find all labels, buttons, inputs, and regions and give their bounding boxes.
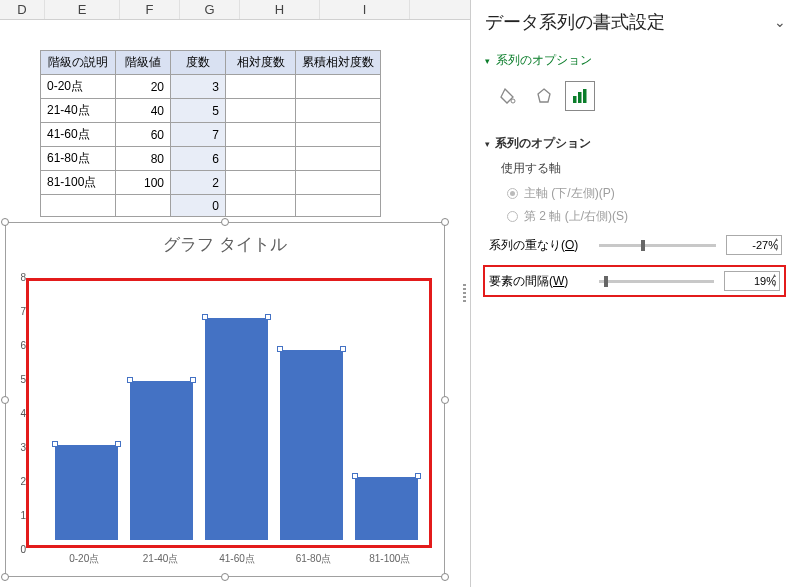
svg-rect-3 xyxy=(578,92,582,103)
cell[interactable]: 0 xyxy=(171,195,226,217)
x-axis[interactable]: 0-20点21-40点41-60点61-80点81-100点 xyxy=(46,552,428,568)
cell[interactable]: 3 xyxy=(171,75,226,99)
axis-used-label: 使用する軸 xyxy=(501,160,786,177)
cell[interactable] xyxy=(226,171,296,195)
chart-object[interactable]: グラフ タイトル 012345678 0-20点21-40点41-60点61-8… xyxy=(5,222,445,577)
gap-label: 要素の間隔(W) xyxy=(489,273,589,290)
resize-handle[interactable] xyxy=(1,573,9,581)
cell[interactable] xyxy=(296,75,381,99)
cell[interactable]: 6 xyxy=(171,147,226,171)
overlap-label: 系列の重なり(O) xyxy=(489,237,589,254)
resize-handle[interactable] xyxy=(221,218,229,226)
bar[interactable] xyxy=(205,318,268,540)
column-headers: DEFGHI xyxy=(0,0,470,20)
cell[interactable] xyxy=(116,195,171,217)
series-options-dropdown[interactable]: 系列のオプション xyxy=(485,52,786,69)
x-tick: 41-60点 xyxy=(199,552,275,568)
bar[interactable] xyxy=(355,477,418,541)
gap-slider[interactable] xyxy=(599,280,714,283)
plot-area-highlight xyxy=(26,278,432,548)
resize-handle[interactable] xyxy=(221,573,229,581)
bar[interactable] xyxy=(130,381,193,540)
col-header-H[interactable]: H xyxy=(240,0,320,19)
cell[interactable]: 5 xyxy=(171,99,226,123)
data-table[interactable]: 階級の説明 階級値 度数 相対度数 累積相対度数 0-20点20321-40点4… xyxy=(40,50,381,217)
radio-icon xyxy=(507,188,518,199)
pane-title-text: データ系列の書式設定 xyxy=(485,10,665,34)
table-row[interactable]: 0-20点203 xyxy=(41,75,381,99)
x-tick: 81-100点 xyxy=(352,552,428,568)
cell[interactable]: 60 xyxy=(116,123,171,147)
cell[interactable]: 0-20点 xyxy=(41,75,116,99)
th-freq[interactable]: 度数 xyxy=(171,51,226,75)
overlap-slider[interactable] xyxy=(599,244,716,247)
table-row[interactable]: 0 xyxy=(41,195,381,217)
col-header-I[interactable]: I xyxy=(320,0,410,19)
cell[interactable]: 2 xyxy=(171,171,226,195)
chart-title[interactable]: グラフ タイトル xyxy=(6,223,444,258)
cell[interactable]: 100 xyxy=(116,171,171,195)
series-options-icon[interactable] xyxy=(565,81,595,111)
bar[interactable] xyxy=(280,350,343,541)
pane-splitter[interactable] xyxy=(461,0,468,587)
cell[interactable] xyxy=(226,123,296,147)
cell[interactable]: 7 xyxy=(171,123,226,147)
x-tick: 0-20点 xyxy=(46,552,122,568)
cell[interactable] xyxy=(296,147,381,171)
col-header-E[interactable]: E xyxy=(45,0,120,19)
cell[interactable] xyxy=(296,123,381,147)
cell[interactable]: 81-100点 xyxy=(41,171,116,195)
spinner-down-icon[interactable]: ▾ xyxy=(768,281,780,291)
svg-marker-1 xyxy=(538,89,550,102)
series-options-section[interactable]: 系列のオプション xyxy=(485,135,786,152)
spinner-up-icon[interactable]: ▴ xyxy=(768,271,780,281)
cell[interactable] xyxy=(226,147,296,171)
cell[interactable] xyxy=(296,99,381,123)
cell[interactable] xyxy=(226,75,296,99)
effects-icon[interactable] xyxy=(529,81,559,111)
th-cumrelfreq[interactable]: 累積相対度数 xyxy=(296,51,381,75)
table-row[interactable]: 61-80点806 xyxy=(41,147,381,171)
resize-handle[interactable] xyxy=(441,573,449,581)
cell[interactable]: 61-80点 xyxy=(41,147,116,171)
overlap-value-input[interactable]: -27%▴▾ xyxy=(726,235,782,255)
table-row[interactable]: 41-60点607 xyxy=(41,123,381,147)
cell[interactable]: 21-40点 xyxy=(41,99,116,123)
bar[interactable] xyxy=(55,445,118,540)
col-header-F[interactable]: F xyxy=(120,0,180,19)
y-axis[interactable]: 012345678 xyxy=(14,277,26,549)
cell[interactable] xyxy=(296,171,381,195)
svg-rect-2 xyxy=(573,96,577,103)
chevron-down-icon[interactable]: ⌄ xyxy=(774,14,786,30)
resize-handle[interactable] xyxy=(1,396,9,404)
cell[interactable]: 80 xyxy=(116,147,171,171)
col-header-D[interactable]: D xyxy=(0,0,45,19)
cell[interactable] xyxy=(41,195,116,217)
cell[interactable] xyxy=(226,195,296,217)
plot-area[interactable] xyxy=(49,286,424,540)
cell[interactable] xyxy=(296,195,381,217)
pane-title: データ系列の書式設定 ⌄ xyxy=(485,10,786,34)
table-row[interactable]: 81-100点1002 xyxy=(41,171,381,195)
fill-icon[interactable] xyxy=(493,81,523,111)
cell[interactable] xyxy=(226,99,296,123)
spinner-down-icon[interactable]: ▾ xyxy=(770,245,782,255)
x-tick: 61-80点 xyxy=(275,552,351,568)
gap-width-row: 要素の間隔(W) 19%▴▾ xyxy=(483,265,786,297)
resize-handle[interactable] xyxy=(441,218,449,226)
radio-icon xyxy=(507,211,518,222)
gap-value-input[interactable]: 19%▴▾ xyxy=(724,271,780,291)
th-class[interactable]: 階級の説明 xyxy=(41,51,116,75)
resize-handle[interactable] xyxy=(441,396,449,404)
cell[interactable]: 40 xyxy=(116,99,171,123)
th-value[interactable]: 階級値 xyxy=(116,51,171,75)
cell[interactable]: 41-60点 xyxy=(41,123,116,147)
spinner-up-icon[interactable]: ▴ xyxy=(770,235,782,245)
table-row[interactable]: 21-40点405 xyxy=(41,99,381,123)
resize-handle[interactable] xyxy=(1,218,9,226)
cell[interactable]: 20 xyxy=(116,75,171,99)
svg-point-0 xyxy=(511,99,515,103)
th-relfreq[interactable]: 相対度数 xyxy=(226,51,296,75)
x-tick: 21-40点 xyxy=(122,552,198,568)
col-header-G[interactable]: G xyxy=(180,0,240,19)
